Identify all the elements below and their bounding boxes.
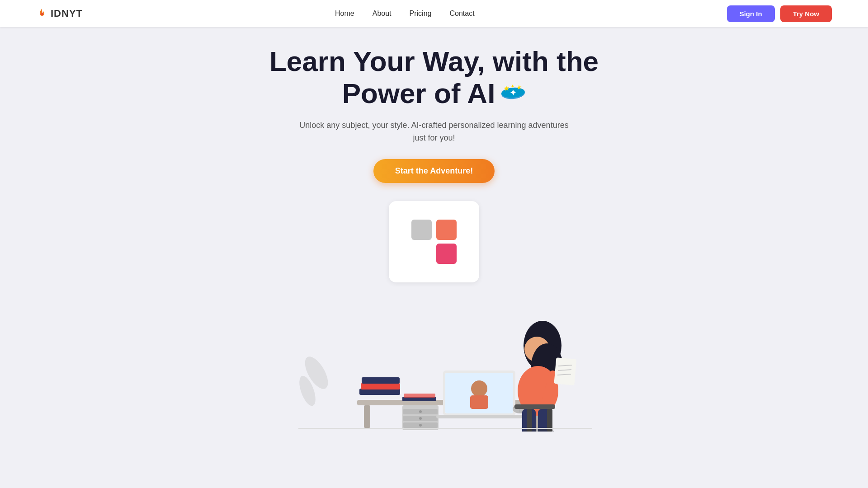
nav-buttons: Sign In Try Now [727, 5, 832, 22]
block-orange [436, 220, 457, 240]
svg-rect-18 [361, 383, 400, 389]
hero-title-line1: Learn Your Way, with the [269, 45, 599, 77]
hero-title-line2: Power of AI ✦ ★ ★ ✦ [269, 77, 599, 109]
svg-rect-17 [359, 389, 400, 395]
bottom-illustration [0, 300, 868, 427]
learning-scene-svg [276, 300, 592, 432]
svg-point-16 [419, 424, 422, 427]
block-pink [436, 244, 457, 264]
logo[interactable]: IDNYT [36, 8, 83, 19]
card-illustration [389, 201, 479, 282]
logo-flame-icon [36, 8, 48, 19]
nav-link-pricing[interactable]: Pricing [410, 9, 432, 18]
svg-point-25 [471, 380, 487, 397]
svg-text:✦: ✦ [511, 84, 515, 89]
trynow-button[interactable]: Try Now [780, 5, 832, 22]
navbar: IDNYT Home About Pricing Contact Sign In… [0, 0, 868, 27]
svg-text:★: ★ [516, 84, 522, 91]
hero-title-ai-text: Power of AI [342, 77, 495, 109]
illustration-container [276, 300, 592, 427]
block-gray [411, 220, 432, 240]
card-row-2 [411, 244, 457, 264]
svg-rect-26 [470, 395, 488, 409]
leaf-decorations [296, 353, 333, 408]
svg-text:✦: ✦ [509, 88, 517, 98]
svg-rect-43 [514, 404, 555, 409]
cta-button[interactable]: Start the Adventure! [373, 159, 495, 183]
svg-text:★: ★ [503, 84, 509, 92]
main-content: Learn Your Way, with the Power of AI ✦ ★… [0, 0, 868, 427]
hero-section: Learn Your Way, with the Power of AI ✦ ★… [0, 0, 868, 427]
hero-subtitle: Unlock any subject, your style. AI-craft… [294, 119, 574, 145]
svg-point-14 [419, 410, 422, 413]
nav-link-contact[interactable]: Contact [449, 9, 474, 18]
svg-point-15 [419, 417, 422, 420]
nav-link-about[interactable]: About [373, 9, 392, 18]
nav-links: Home About Pricing Contact [335, 9, 475, 18]
signin-button[interactable]: Sign In [727, 5, 775, 22]
hero-title: Learn Your Way, with the Power of AI ✦ ★… [269, 45, 599, 110]
card-row-1 [411, 220, 457, 240]
ai-badge-icon: ✦ ★ ★ ✦ [500, 80, 527, 107]
logo-text: IDNYT [51, 8, 83, 19]
svg-rect-19 [362, 377, 400, 384]
svg-rect-35 [554, 357, 576, 385]
svg-rect-27 [436, 415, 522, 418]
svg-rect-21 [404, 394, 435, 398]
card-blocks [411, 220, 457, 264]
nav-link-home[interactable]: Home [335, 9, 354, 18]
svg-rect-8 [364, 405, 370, 428]
